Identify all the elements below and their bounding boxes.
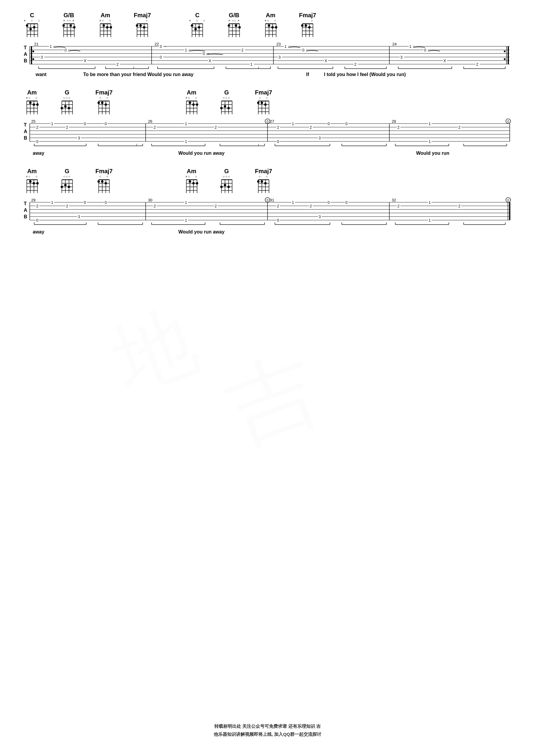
svg-text:0: 0 (267, 120, 268, 123)
svg-text:0: 0 (159, 55, 162, 59)
svg-text:2: 2 (36, 204, 38, 208)
svg-text:3: 3 (319, 136, 321, 140)
svg-point-194 (29, 102, 32, 104)
svg-text:吉: 吉 (214, 338, 331, 462)
svg-point-207 (61, 107, 63, 109)
svg-text:30: 30 (148, 198, 152, 202)
lyric-away-1: away (33, 150, 44, 156)
svg-text:2: 2 (397, 125, 400, 129)
lyric-away-2: away (33, 229, 44, 235)
svg-text:1: 1 (185, 48, 187, 52)
lyric-tobe: To be more than your friend Would you ru… (83, 72, 193, 77)
svg-text:23: 23 (276, 42, 281, 46)
svg-text:2: 2 (241, 48, 243, 52)
svg-text:0: 0 (105, 200, 107, 205)
svg-text:B: B (24, 214, 27, 219)
footer-line2: 他乐器知识讲解视频即将上线, 加入QQ群一起交流探讨 (0, 730, 535, 738)
chord-name: G (224, 168, 229, 175)
chord-name: G/B (229, 12, 239, 19)
svg-text:1: 1 (185, 200, 187, 205)
svg-point-239 (227, 107, 230, 109)
svg-text:0: 0 (424, 48, 426, 52)
music-section-row2: Am ×○ ○ G ○○○ (24, 89, 511, 159)
svg-point-229 (196, 103, 198, 106)
chord-name: Fmaj7 (134, 12, 151, 19)
svg-text:1: 1 (284, 44, 287, 49)
svg-text:0: 0 (84, 122, 86, 126)
svg-text:3: 3 (319, 214, 321, 219)
svg-text:1: 1 (429, 139, 431, 144)
svg-text:3: 3 (41, 55, 43, 59)
svg-text:0: 0 (507, 120, 509, 123)
chord-diagram-G-1: G ○○○ (59, 89, 75, 116)
svg-point-407 (257, 180, 260, 183)
svg-point-87 (301, 24, 303, 27)
svg-point-396 (224, 184, 226, 186)
svg-text:0: 0 (302, 48, 304, 52)
svg-point-11 (29, 28, 32, 30)
svg-text:3: 3 (400, 55, 403, 59)
svg-text:X: X (324, 59, 327, 63)
chord-name: Am (187, 89, 196, 96)
svg-text:1: 1 (51, 200, 53, 205)
svg-point-22 (70, 24, 72, 27)
svg-text:0: 0 (277, 139, 279, 144)
svg-text:2: 2 (458, 204, 461, 208)
svg-point-352 (29, 180, 32, 183)
svg-point-21 (62, 24, 65, 27)
chord-diagram-Fmaj7-5: Fmaj7 ○ ○ (96, 168, 113, 195)
svg-text:0: 0 (267, 199, 268, 202)
chord-name: Fmaj7 (299, 12, 316, 19)
svg-text:A: A (24, 52, 27, 57)
svg-text:2: 2 (154, 125, 156, 129)
svg-point-374 (98, 180, 100, 183)
svg-text:1: 1 (250, 62, 252, 67)
svg-point-398 (220, 186, 223, 188)
svg-text:0: 0 (84, 200, 86, 205)
svg-text:0: 0 (36, 218, 38, 223)
svg-text:2: 2 (214, 125, 217, 129)
chord-diagram-G-3: G ○○○ (59, 168, 75, 195)
svg-point-397 (227, 186, 230, 188)
lyric-itold: I told you how I feel (Would you run) (324, 72, 406, 77)
lyric-want: want (36, 72, 46, 77)
lyric-wouldyourunaway-1: Would you run away (178, 150, 224, 156)
svg-point-249 (257, 102, 260, 104)
svg-text:31: 31 (270, 198, 274, 202)
svg-text:3: 3 (159, 44, 162, 49)
chord-name: Fmaj7 (255, 168, 272, 175)
svg-point-408 (261, 180, 263, 183)
svg-text:2: 2 (117, 62, 119, 67)
svg-text:3: 3 (78, 214, 80, 219)
svg-text:25: 25 (31, 119, 35, 123)
svg-text:24: 24 (392, 42, 397, 46)
svg-text:~: ~ (164, 44, 166, 49)
svg-text:2: 2 (310, 204, 312, 208)
svg-text:3: 3 (278, 55, 281, 59)
svg-text:0: 0 (65, 48, 67, 52)
svg-text:0: 0 (327, 200, 330, 205)
lyric-wouldyourunaway-2: Would you run away (178, 229, 224, 235)
chord-diagram-C-2: C × ○ ○ (189, 12, 206, 39)
svg-text:0: 0 (277, 218, 279, 223)
svg-point-375 (101, 180, 103, 183)
chord-diagram-Am-3: Am ×○ ○ (24, 89, 40, 116)
svg-text:3: 3 (78, 136, 80, 140)
svg-point-55 (194, 28, 197, 30)
svg-point-238 (224, 105, 226, 108)
svg-text:1: 1 (292, 122, 294, 126)
svg-text:2: 2 (66, 204, 68, 208)
svg-point-102 (32, 58, 34, 60)
svg-point-386 (192, 182, 195, 184)
svg-text:2: 2 (277, 125, 279, 129)
svg-point-365 (61, 186, 63, 188)
chord-diagram-Fmaj7-2: Fmaj7 ○ (299, 12, 316, 39)
lyrics-row1: want To be more than your friend Would y… (24, 72, 511, 80)
svg-text:1: 1 (429, 122, 431, 126)
chord-diagram-C-1: C × ○ ○ (24, 12, 41, 39)
svg-point-218 (105, 103, 107, 106)
svg-text:T: T (24, 45, 27, 50)
svg-point-387 (196, 182, 198, 184)
lyrics-row3: away Would you run away (24, 229, 511, 238)
svg-point-23 (73, 26, 75, 29)
